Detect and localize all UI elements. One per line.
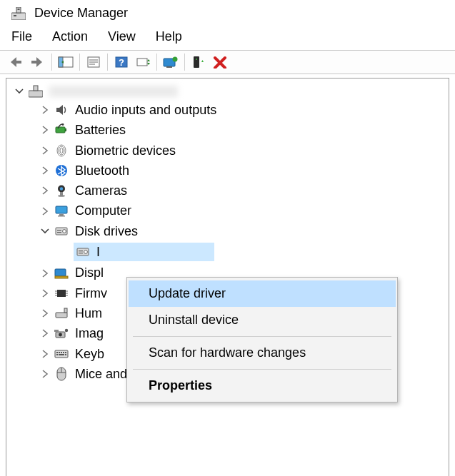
menu-bar: File Action View Help xyxy=(0,25,455,50)
svg-rect-54 xyxy=(64,308,67,313)
scan-hardware-button[interactable] xyxy=(134,53,152,71)
svg-point-58 xyxy=(65,329,68,332)
tree-label: Displ xyxy=(75,264,104,281)
svg-point-24 xyxy=(62,124,64,126)
chevron-right-icon[interactable] xyxy=(38,289,52,298)
forward-button[interactable] xyxy=(29,53,47,71)
tree-label: Batteries xyxy=(75,121,126,138)
chevron-down-icon[interactable] xyxy=(12,87,26,96)
svg-rect-66 xyxy=(59,354,64,355)
chevron-right-icon[interactable] xyxy=(38,370,52,378)
svg-rect-53 xyxy=(56,313,67,318)
tree-node-computer[interactable]: Computer xyxy=(9,201,449,221)
svg-rect-18 xyxy=(194,56,199,68)
chevron-right-icon[interactable] xyxy=(38,269,52,278)
svg-rect-1 xyxy=(14,15,16,16)
tree-label: Audio inputs and outputs xyxy=(75,101,216,118)
disk-drive-icon xyxy=(75,245,91,259)
tree-node-disk-drives[interactable]: Disk drives xyxy=(9,221,449,241)
properties-button[interactable] xyxy=(84,53,103,71)
toolbar-separator xyxy=(51,54,52,71)
svg-rect-5 xyxy=(31,61,37,64)
tree-label: Cameras xyxy=(75,182,127,199)
svg-rect-46 xyxy=(57,290,66,297)
chevron-right-icon[interactable] xyxy=(38,146,52,155)
svg-rect-43 xyxy=(79,253,83,253)
svg-rect-34 xyxy=(59,214,64,216)
svg-rect-39 xyxy=(57,232,61,233)
svg-rect-33 xyxy=(56,206,67,213)
context-item-properties[interactable]: Properties xyxy=(129,373,396,399)
context-item-scan-hardware[interactable]: Scan for hardware changes xyxy=(129,340,396,366)
speaker-icon xyxy=(54,103,69,117)
context-separator xyxy=(133,336,391,337)
app-icon xyxy=(11,7,26,20)
chevron-right-icon[interactable] xyxy=(38,350,52,358)
svg-rect-65 xyxy=(56,354,58,355)
tree-node-cameras[interactable]: Cameras xyxy=(9,181,449,201)
uninstall-device-toolbar-button[interactable] xyxy=(189,53,208,71)
fingerprint-icon xyxy=(54,143,69,158)
tree-label: Disk drives xyxy=(75,223,138,240)
menu-view[interactable]: View xyxy=(108,29,136,44)
svg-point-19 xyxy=(196,59,197,60)
help-button[interactable]: ? xyxy=(112,53,131,71)
svg-text:?: ? xyxy=(119,57,124,68)
tree-label: Biometric devices xyxy=(75,142,176,159)
battery-icon xyxy=(54,123,69,137)
menu-file[interactable]: File xyxy=(11,29,32,44)
menu-help[interactable]: Help xyxy=(156,29,182,44)
tree-label: Hum xyxy=(75,305,102,322)
tree-node-biometric[interactable]: Biometric devices xyxy=(9,141,449,161)
chevron-right-icon[interactable] xyxy=(38,106,52,114)
toolbar-separator xyxy=(156,54,157,71)
svg-rect-62 xyxy=(61,352,62,353)
svg-point-27 xyxy=(60,148,63,153)
svg-rect-67 xyxy=(65,354,66,355)
context-item-update-driver[interactable]: Update driver xyxy=(129,280,396,307)
svg-rect-64 xyxy=(65,352,66,353)
display-adapter-icon xyxy=(54,266,69,280)
chevron-right-icon[interactable] xyxy=(38,207,52,216)
context-menu: Update driver Uninstall device Scan for … xyxy=(126,277,398,402)
computer-name-redacted xyxy=(49,86,178,97)
back-button[interactable] xyxy=(7,53,26,71)
update-driver-toolbar-button[interactable] xyxy=(161,53,180,71)
svg-rect-42 xyxy=(79,250,83,251)
tree-label: Computer xyxy=(75,202,131,219)
context-item-uninstall-device[interactable]: Uninstall device xyxy=(129,307,396,333)
tree-label: Firmv xyxy=(75,285,107,302)
disk-drive-icon xyxy=(54,224,69,238)
svg-rect-20 xyxy=(29,91,43,97)
chevron-right-icon[interactable] xyxy=(38,309,52,318)
svg-rect-63 xyxy=(63,352,64,353)
chevron-right-icon[interactable] xyxy=(38,166,52,175)
chevron-right-icon[interactable] xyxy=(38,329,52,338)
tree-node-disk-child-selected[interactable]: . I xyxy=(9,241,449,263)
camera-icon xyxy=(54,183,69,198)
hid-icon xyxy=(54,306,69,320)
toolbar-separator xyxy=(107,54,108,71)
keyboard-icon xyxy=(54,347,69,361)
tree-label: Keyb xyxy=(75,345,104,363)
bluetooth-icon xyxy=(54,163,69,178)
svg-rect-45 xyxy=(55,276,68,278)
tree-node-batteries[interactable]: Batteries xyxy=(9,120,449,140)
tree-label: I xyxy=(96,243,100,260)
imaging-device-icon xyxy=(54,326,69,340)
chevron-down-icon[interactable] xyxy=(38,227,52,236)
svg-point-37 xyxy=(63,230,66,233)
svg-point-41 xyxy=(84,250,88,254)
svg-rect-16 xyxy=(166,66,172,68)
disable-device-button[interactable] xyxy=(211,53,229,71)
tree-root-node[interactable] xyxy=(9,83,449,100)
show-hide-console-button[interactable] xyxy=(56,53,75,71)
tree-label: Bluetooth xyxy=(75,162,129,179)
chevron-right-icon[interactable] xyxy=(38,186,52,195)
computer-root-icon xyxy=(28,84,44,98)
chevron-right-icon[interactable] xyxy=(38,126,52,134)
tree-node-bluetooth[interactable]: Bluetooth xyxy=(9,161,449,181)
menu-action[interactable]: Action xyxy=(52,29,88,44)
svg-rect-61 xyxy=(59,352,60,353)
tree-node-audio[interactable]: Audio inputs and outputs xyxy=(9,100,449,120)
